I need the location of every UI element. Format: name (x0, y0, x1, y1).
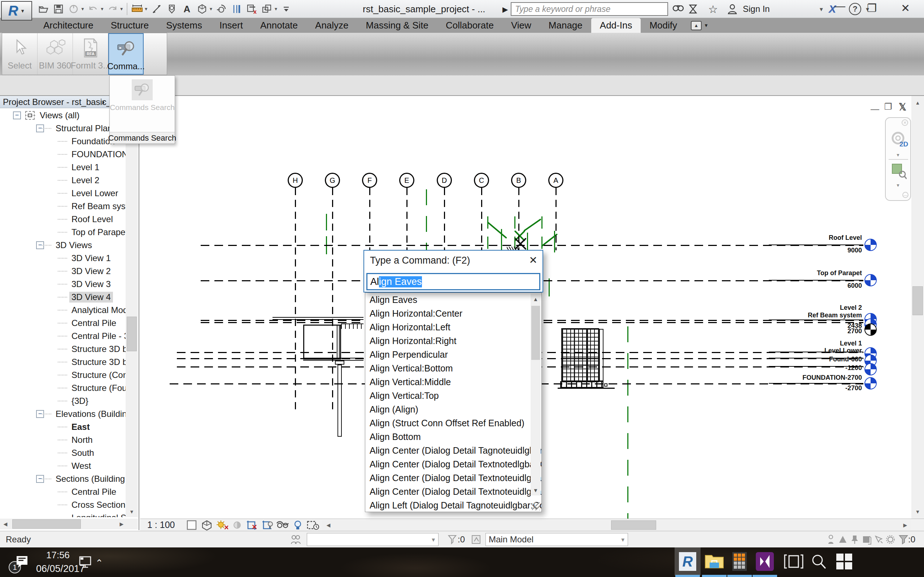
command-item-0[interactable]: Align Eaves (365, 293, 541, 306)
view-minimize-icon[interactable]: — (871, 104, 879, 114)
scroll-up-icon[interactable]: ▲ (911, 97, 924, 108)
command-item-14[interactable]: Align Center (Dialog Detail Textnoteuidl… (365, 485, 541, 498)
tree-item-cross-section[interactable]: Cross Section (0, 498, 126, 511)
taskbar-search-button[interactable] (806, 548, 832, 575)
tree-item-3d-view-4[interactable]: 3D View 4 (0, 291, 126, 304)
command-input[interactable]: Align Eaves (366, 273, 540, 290)
taskbar-date[interactable]: 06/05/2017 (36, 563, 85, 574)
crop-view-icon[interactable]: ✕ (246, 520, 259, 530)
tab-architecture[interactable]: Architecture (35, 18, 102, 33)
scrollbar-thumb[interactable] (127, 317, 137, 351)
display-icon[interactable] (79, 555, 92, 571)
sun-path-icon[interactable]: ✕ (215, 520, 229, 530)
command-item-9[interactable]: Align (Struct Conn Offset Ref Enabled) (365, 416, 541, 430)
tab-analyze[interactable]: Analyze (307, 18, 357, 33)
tree-item-west[interactable]: West (0, 459, 126, 472)
design-options-icon[interactable] (469, 533, 484, 546)
chevron-down-icon[interactable]: ▼ (896, 183, 900, 188)
undo-icon[interactable] (86, 2, 100, 16)
text-icon[interactable]: A (180, 2, 194, 16)
tab-massing-site[interactable]: Massing & Site (357, 18, 437, 33)
list-scrollbar[interactable]: ▲ ▼ (531, 293, 541, 495)
tab-modify[interactable]: Modify (641, 18, 686, 33)
tree-item-longitudinal-secti[interactable]: Longitudinal Secti (0, 511, 126, 517)
command-item-15[interactable]: Align Left (Dialog Detail Tagnoteuidlgba… (365, 498, 541, 512)
favorites-star-icon[interactable]: ☆ (708, 2, 718, 16)
tag-by-category-icon[interactable] (165, 2, 179, 16)
search-icon[interactable] (672, 2, 684, 16)
close-inactive-windows-icon[interactable]: x (244, 2, 259, 16)
sync-with-central-icon[interactable] (66, 2, 81, 16)
navbar-close-icon[interactable]: ✕ (901, 119, 908, 126)
bim-360-button[interactable]: BIM 360 (37, 33, 73, 75)
tree-item-views-all-[interactable]: −Views (all) (0, 109, 126, 122)
tab-view[interactable]: View (502, 18, 540, 33)
section-icon[interactable] (214, 2, 228, 16)
tree-item-central-pile[interactable]: Central Pile (0, 317, 126, 330)
thin-lines-icon[interactable] (229, 2, 244, 16)
scroll-down-icon[interactable]: ▼ (531, 485, 541, 495)
taskbar-clock[interactable]: 17:56 (46, 550, 69, 561)
steering-wheel-2d-icon[interactable]: 2D (890, 131, 908, 150)
editable-only-filter-icon[interactable] (447, 533, 458, 546)
tree-item-foundation-2700[interactable]: FOUNDATION-2700 (0, 148, 126, 161)
tab-annotate[interactable]: Annotate (252, 18, 307, 33)
worksets-select[interactable]: ▼ (307, 533, 439, 546)
tree-item-analytical-model[interactable]: Analytical Model (0, 304, 126, 317)
detail-level-icon[interactable] (185, 520, 199, 530)
command-item-6[interactable]: Align Vertical:Middle (365, 375, 541, 389)
commands-search-button[interactable]: ▸_ Comma... (108, 33, 144, 75)
tab-insert[interactable]: Insert (211, 18, 252, 33)
worksets-icon[interactable] (289, 533, 302, 546)
tree-expand-icon[interactable]: − (13, 111, 21, 119)
scrollbar-thumb[interactable] (611, 521, 656, 530)
taskbar-task-view-button[interactable] (781, 548, 807, 575)
tree-item-level-1[interactable]: Level 1 (0, 161, 126, 174)
select-button[interactable]: Select (2, 33, 37, 75)
tree-item-structural-plans[interactable]: −Structural Plans (0, 122, 126, 135)
tree-item-foundation[interactable]: Foundation (0, 135, 126, 148)
shadows-icon[interactable] (230, 520, 244, 530)
chevron-down-icon[interactable]: ▼ (896, 153, 900, 158)
tree-item-central-pile-3d[interactable]: Central Pile - 3D (0, 330, 126, 343)
tree-item-north[interactable]: North (0, 434, 126, 446)
tree-item-structure-complete[interactable]: Structure (Complete (0, 369, 126, 382)
tree-item-sections-building-sectio[interactable]: −Sections (Building Sectio (0, 472, 126, 485)
view-close-icon[interactable]: 𝕏 (899, 102, 906, 113)
command-item-11[interactable]: Align Center (Dialog Detail Tagnoteuidlg… (365, 443, 541, 457)
tree-item-structure-foundatic[interactable]: Structure (Foundatic (0, 382, 126, 395)
scroll-up-icon[interactable]: ▲ (531, 293, 541, 305)
taskbar-visual-studio-button[interactable] (752, 548, 778, 575)
scrollbar-thumb[interactable] (913, 286, 923, 315)
canvas-horizontal-scrollbar[interactable]: ◀ ▶ (322, 519, 911, 531)
tree-item-level-lower[interactable]: Level Lower (0, 187, 126, 200)
tab-collaborate[interactable]: Collaborate (437, 18, 502, 33)
chevron-down-icon[interactable]: ▼ (274, 6, 278, 11)
help-button[interactable]: ? (849, 2, 861, 16)
scroll-right-icon[interactable]: ▶ (116, 519, 127, 529)
open-icon[interactable] (36, 2, 50, 16)
redo-icon[interactable] (105, 2, 120, 16)
tree-item--3d-[interactable]: {3D} (0, 395, 126, 408)
ribbon-state-toggle[interactable]: ▲▼ (691, 18, 709, 33)
command-item-3[interactable]: Align Horizontal:Right (365, 334, 541, 348)
command-item-4[interactable]: Align Perpendicular (365, 348, 541, 361)
flyout-panel-label[interactable]: Commands Search (110, 132, 175, 143)
taskbar-calculator-button[interactable] (727, 548, 753, 575)
tree-item-3d-views[interactable]: −3D Views (0, 239, 126, 252)
help-search-input[interactable]: Type a keyword or phrase (511, 2, 668, 16)
tree-item-central-pile[interactable]: Central Pile (0, 485, 126, 498)
view-scale-button[interactable]: 1 : 100 (147, 520, 175, 530)
tree-item-south[interactable]: South (0, 446, 126, 459)
chevron-down-icon[interactable]: ▼ (144, 6, 149, 11)
tab-manage[interactable]: Manage (540, 18, 591, 33)
taskbar-revit-button[interactable]: R (675, 548, 701, 575)
tree-item-top-of-parapet[interactable]: Top of Parapet (0, 226, 126, 239)
command-item-8[interactable]: Align (Align) (365, 403, 541, 416)
zoom-region-icon[interactable] (892, 163, 907, 181)
tree-item-elevations-building-elev[interactable]: −Elevations (Building Elev (0, 408, 126, 421)
tree-item-3d-view-1[interactable]: 3D View 1 (0, 252, 126, 265)
command-item-7[interactable]: Align Vertical:Top (365, 389, 541, 403)
reveal-hidden-icon[interactable] (291, 520, 305, 530)
tree-item-structure-3d-box-wa[interactable]: Structure 3D box Wa (0, 356, 126, 369)
